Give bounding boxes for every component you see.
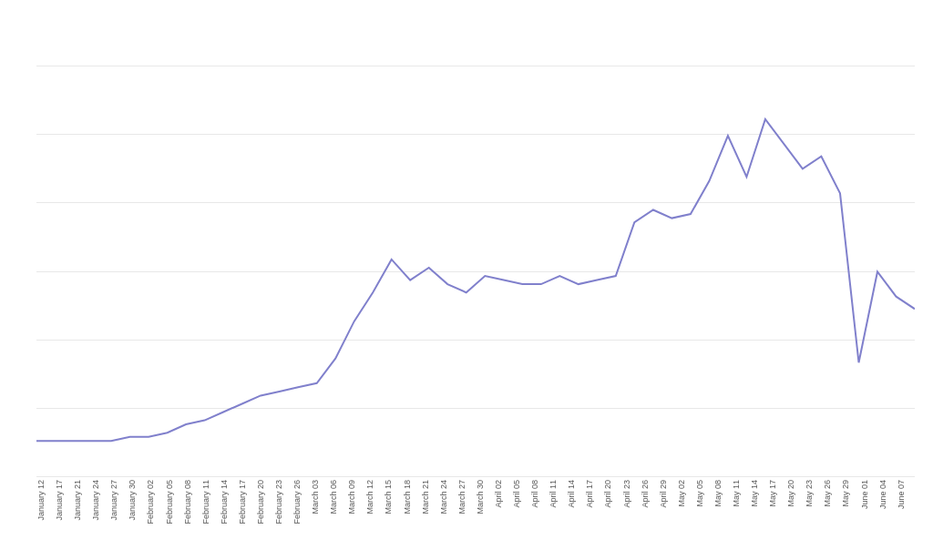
x-label: May 11 — [732, 480, 750, 507]
x-label: April 26 — [641, 480, 659, 508]
x-label: May 29 — [841, 480, 859, 507]
x-label: February 05 — [165, 480, 183, 524]
x-label: January 12 — [36, 480, 55, 521]
page-container: January 12January 17January 21January 24… — [0, 0, 933, 560]
x-labels-container: January 12January 17January 21January 24… — [36, 480, 915, 560]
chart-area — [36, 66, 915, 478]
x-label: April 29 — [659, 480, 677, 508]
x-label: April 02 — [494, 480, 512, 508]
x-label: April 17 — [585, 480, 603, 508]
x-label: January 21 — [73, 480, 91, 521]
x-label: February 08 — [183, 480, 201, 524]
x-label: February 26 — [292, 480, 311, 524]
x-label: February 20 — [256, 480, 274, 524]
x-label: March 15 — [384, 480, 402, 514]
x-label: March 09 — [347, 480, 365, 514]
x-label: March 21 — [421, 480, 439, 514]
x-label: March 12 — [365, 480, 384, 514]
x-label: April 20 — [603, 480, 621, 508]
x-label: March 24 — [439, 480, 457, 514]
line-chart-svg — [36, 66, 915, 478]
x-label: June 01 — [860, 480, 878, 509]
x-label: May 08 — [713, 480, 732, 507]
x-label: February 17 — [238, 480, 256, 524]
x-label: June 04 — [878, 480, 897, 509]
x-label: February 11 — [201, 480, 220, 524]
x-label: March 27 — [457, 480, 476, 514]
x-label: May 02 — [677, 480, 695, 507]
x-label: April 08 — [530, 480, 549, 508]
x-label: May 05 — [695, 480, 713, 507]
chart-line — [36, 119, 915, 441]
x-label: February 02 — [146, 480, 164, 524]
x-label: May 14 — [750, 480, 768, 507]
x-label: May 23 — [805, 480, 823, 507]
x-label: February 23 — [274, 480, 292, 524]
x-label: January 17 — [55, 480, 73, 521]
x-label: April 05 — [512, 480, 530, 508]
x-label: April 11 — [549, 480, 567, 508]
x-label: March 30 — [476, 480, 494, 514]
x-label: May 26 — [823, 480, 841, 507]
x-label: January 24 — [91, 480, 109, 521]
x-label: May 20 — [786, 480, 805, 507]
x-label: March 18 — [403, 480, 421, 514]
x-label: June 07 — [897, 480, 915, 509]
x-label: March 06 — [329, 480, 347, 514]
x-label: April 14 — [567, 480, 585, 508]
x-label: February 14 — [220, 480, 238, 524]
x-label: January 27 — [109, 480, 128, 521]
x-label: April 23 — [622, 480, 641, 508]
x-label: January 30 — [128, 480, 146, 521]
x-label: May 17 — [768, 480, 786, 507]
x-label: March 03 — [311, 480, 329, 514]
